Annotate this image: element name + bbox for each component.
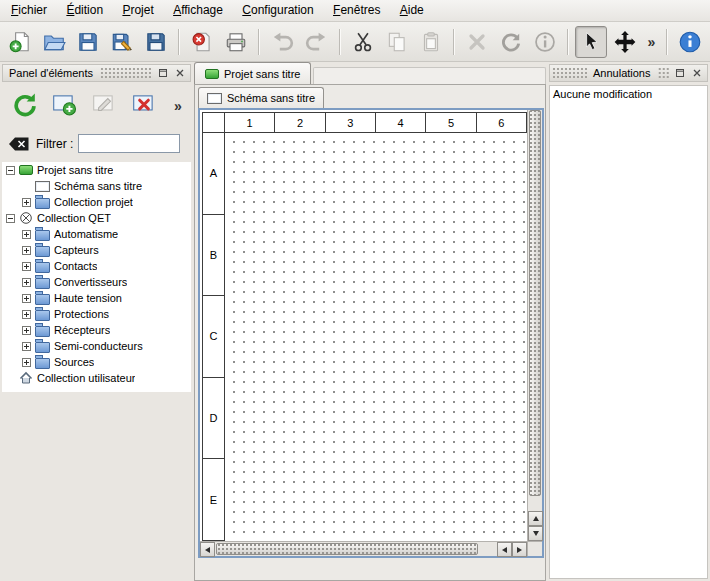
scroll-up-button[interactable] [528,511,543,526]
toolbar-separator [339,29,341,55]
save-all-button[interactable] [140,26,172,58]
undo-panel-header: Annulations [549,64,708,82]
expander-plus-icon[interactable] [22,278,31,287]
horizontal-scrollbar-thumb[interactable] [216,543,478,555]
scroll-right-button[interactable] [512,542,527,557]
tree-item-sources[interactable]: Sources [2,354,191,370]
home-icon [19,371,33,385]
tree-item-contacts[interactable]: Contacts [2,258,191,274]
expander-minus-icon[interactable] [6,214,15,223]
expander-minus-icon[interactable] [6,166,15,175]
expander-plus-icon[interactable] [22,358,31,367]
undo-button[interactable] [266,26,298,58]
toolbar-separator [666,29,668,55]
tree-item-collection-qet[interactable]: Collection QET [2,210,191,226]
menu-configuration[interactable]: Configuration [234,0,321,21]
scroll-left-button-2[interactable] [497,542,512,557]
save-file-button[interactable] [72,26,104,58]
float-button[interactable] [156,66,170,80]
tree-item-automatisme[interactable]: Automatisme [2,226,191,242]
column-label: 2 [275,112,325,133]
new-file-button[interactable] [4,26,36,58]
dock-grip[interactable] [99,68,153,78]
info-button[interactable] [529,26,561,58]
reload-collections-icon [11,91,37,117]
diagram-view[interactable]: 1 2 3 4 5 6 A B C D E [198,108,544,558]
tree-item-collection-utilisateur[interactable]: Collection utilisateur [2,370,191,386]
tree-item-project[interactable]: Projet sans titre [2,162,191,178]
tree-item-convertisseurs[interactable]: Convertisseurs [2,274,191,290]
toolbar-overflow-icon[interactable] [643,28,660,56]
reload-collections-button[interactable] [8,88,40,120]
expander-plus-icon[interactable] [22,198,31,207]
float-icon [158,68,168,78]
paste-button[interactable] [415,26,447,58]
folder-icon [35,262,50,273]
close-button[interactable] [173,66,187,80]
expander-plus-icon[interactable] [22,294,31,303]
rotate-icon [499,30,523,54]
toolbar-separator [567,29,569,55]
print-button[interactable] [220,26,252,58]
dock-grip[interactable] [657,68,671,78]
row-label: C [202,296,225,378]
diagram-scroll-area: 1 2 3 4 5 6 A B C D E [200,110,527,541]
save-file-as-button[interactable] [106,26,138,58]
close-file-button[interactable] [186,26,218,58]
elements-panel-header: Panel d'éléments [2,64,191,82]
menu-fichier[interactable]: Fichier [3,0,55,21]
save-all-icon [144,30,168,54]
panel-overflow-icon[interactable] [169,92,187,120]
menu-fenetres[interactable]: Fenêtres [325,0,388,21]
edit-element-button[interactable] [88,88,120,120]
expander-plus-icon[interactable] [22,310,31,319]
tree-item-semi-conducteurs[interactable]: Semi-conducteurs [2,338,191,354]
folder-icon [35,278,50,289]
arrow-left-icon [205,547,210,553]
redo-button[interactable] [301,26,333,58]
scroll-down-button[interactable] [528,526,543,541]
copy-button[interactable] [381,26,413,58]
close-button[interactable] [690,66,704,80]
tree-item-collection-projet[interactable]: Collection projet [2,194,191,210]
folder-icon [35,230,50,241]
dock-grip[interactable] [553,68,587,78]
pan-mode-button[interactable] [609,26,641,58]
expander-plus-icon[interactable] [22,342,31,351]
delete-button[interactable] [461,26,493,58]
expander-plus-icon[interactable] [22,246,31,255]
about-button[interactable] [674,26,706,58]
select-mode-button[interactable] [575,26,607,58]
rotate-button[interactable] [495,26,527,58]
tree-item-haute-tension[interactable]: Haute tension [2,290,191,306]
tree-item-schema[interactable]: Schéma sans titre [2,178,191,194]
scroll-left-button[interactable] [200,542,215,557]
menu-aide[interactable]: Aide [392,0,432,21]
new-element-button[interactable] [48,88,80,120]
expander-plus-icon[interactable] [22,262,31,271]
tree-item-capteurs[interactable]: Capteurs [2,242,191,258]
arrow-up-icon [533,516,539,521]
float-button[interactable] [673,66,687,80]
cut-button[interactable] [347,26,379,58]
expander-plus-icon[interactable] [22,230,31,239]
clear-filter-button[interactable] [7,135,31,153]
menu-edition[interactable]: Édition [58,0,111,21]
schema-icon [207,93,222,104]
tree-item-recepteurs[interactable]: Récepteurs [2,322,191,338]
tab-project[interactable]: Projet sans titre [194,62,311,84]
vertical-scrollbar-thumb[interactable] [529,110,541,496]
tab-schema[interactable]: Schéma sans titre [198,87,324,108]
menu-projet[interactable]: Projet [114,0,161,21]
filter-input[interactable] [78,134,180,153]
undo-history-item[interactable]: Aucune modification [550,86,707,102]
tree-item-protections[interactable]: Protections [2,306,191,322]
expander-plus-icon[interactable] [22,326,31,335]
menu-affichage[interactable]: Affichage [165,0,231,21]
paste-icon [419,30,443,54]
open-file-button[interactable] [38,26,70,58]
arrow-left-icon [502,547,507,553]
delete-element-button[interactable] [128,88,160,120]
diagram-grid[interactable] [225,133,527,541]
row-label: D [202,378,225,460]
